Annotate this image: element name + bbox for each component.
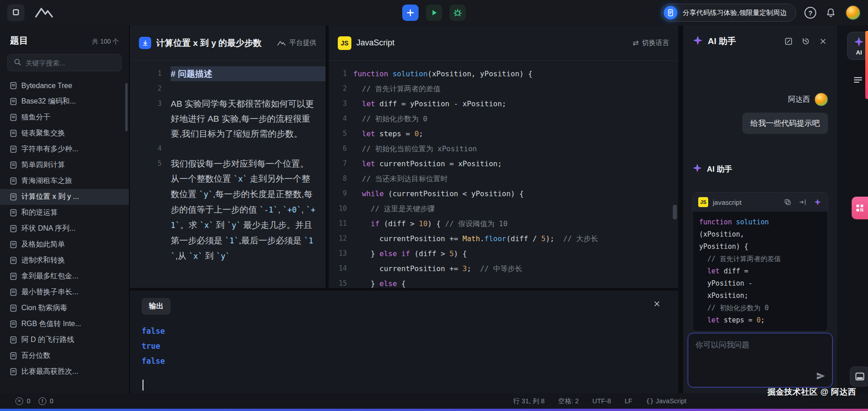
problem-list-item[interactable]: Cion 勒索病毒: [0, 300, 129, 316]
code-line: 4 // 初始化步数为 0: [329, 111, 678, 126]
problem-item-label: 比赛最高获胜次...: [21, 367, 78, 376]
problem-count: 共 100 个: [92, 38, 119, 46]
code-line: 12 currentPosition += Math.floor(diff / …: [329, 231, 678, 246]
run-button[interactable]: [426, 5, 442, 21]
problem-list-item[interactable]: 简单四则计算: [0, 157, 129, 173]
menu-icon-button[interactable]: [852, 74, 864, 86]
problem-line: 2: [130, 81, 326, 96]
insert-code-icon[interactable]: [798, 198, 807, 207]
problem-list-item[interactable]: 链表聚集交换: [0, 125, 129, 141]
close-output-icon[interactable]: [653, 300, 661, 309]
promo-banner[interactable]: 分享代码练习体验,领限量定制周边: [661, 4, 796, 22]
problem-list-item[interactable]: Bytedance Tree: [0, 78, 129, 94]
problem-list-item[interactable]: 字符串有多少种...: [0, 141, 129, 157]
right-toolbar: AI: [837, 25, 868, 393]
ai-sparkle-icon: [853, 36, 864, 47]
errors-count: 0: [27, 397, 30, 405]
qr-promo-tab[interactable]: [852, 197, 868, 219]
editor-scrollbar[interactable]: [673, 205, 677, 219]
statusbar: 0 0 行 31, 列 8空格: 2UTF-8LF{} JavaScript: [0, 393, 868, 409]
problem-list-item[interactable]: 计算位置 x 到 y ...: [0, 189, 129, 205]
bottom-panel-icon: [854, 371, 866, 382]
user-avatar[interactable]: [845, 5, 861, 20]
problem-list-item[interactable]: 最小替换子串长...: [0, 284, 129, 300]
problem-item-label: RGB 色值转 Inte...: [21, 319, 81, 329]
problem-list-item[interactable]: 进制求和转换: [0, 253, 129, 268]
problem-list-item[interactable]: RGB 色值转 Inte...: [0, 316, 129, 332]
code-line: 15 } else {: [329, 276, 678, 288]
code-line: 9 while (currentPosition < yPosition) {: [329, 186, 678, 201]
code-line: 14 currentPosition += 3; // 中等步长: [329, 261, 678, 276]
assistant-name: AI 助手: [707, 164, 732, 174]
problem-list-item[interactable]: 及格如此简单: [0, 237, 129, 253]
ai-sparkle-icon: [692, 35, 703, 48]
copy-code-icon[interactable]: [783, 198, 792, 207]
sidebar-scrollbar[interactable]: [125, 83, 128, 131]
history-icon[interactable]: [801, 36, 811, 46]
app-logo-icon[interactable]: [34, 6, 54, 19]
close-ai-panel-icon[interactable]: [818, 36, 828, 46]
add-button[interactable]: [402, 5, 419, 21]
bell-icon[interactable]: [824, 6, 837, 19]
new-chat-icon[interactable]: [784, 36, 794, 46]
js-badge-icon: JS: [338, 36, 351, 50]
document-icon: [10, 209, 17, 217]
problem-panel: 计算位置 x 到 y 的最少步数 平台提供 1# 问题描述2 3AB 实验同学每…: [130, 25, 326, 288]
search-input[interactable]: [25, 59, 116, 67]
debug-button[interactable]: [449, 5, 466, 21]
status-item[interactable]: 空格: 2: [558, 397, 579, 406]
code-line: 2 // 首先计算两者的差值: [329, 81, 678, 96]
user-message-bubble: 给我一些代码提示吧: [742, 113, 828, 134]
editor-code[interactable]: 1function solution(xPosition, yPosition)…: [329, 61, 678, 288]
problem-list-item[interactable]: 比赛最高获胜次...: [0, 364, 129, 380]
problem-list-item[interactable]: 拿到最多红包金...: [0, 268, 129, 284]
problem-list-item[interactable]: Base32 编码和...: [0, 94, 129, 109]
editor-panel: JS JavaScript 切换语言 1function solution(xP…: [329, 25, 678, 288]
problem-list-item[interactable]: 阿 D 的飞行路线: [0, 332, 129, 348]
document-icon: [10, 352, 17, 360]
editor-header: JS JavaScript 切换语言: [329, 25, 678, 61]
problem-list-item[interactable]: 环状 DNA 序列...: [0, 221, 129, 237]
send-icon[interactable]: [816, 371, 826, 382]
ai-input-box[interactable]: [688, 333, 833, 387]
bug-icon: [453, 8, 463, 18]
problem-list: Bytedance Tree Base32 编码和... 猫鱼分干 链表聚集交换…: [0, 78, 129, 393]
status-item[interactable]: {} JavaScript: [646, 397, 686, 405]
code-line: 11 if (diff > 10) { // 假设阈值为 10: [329, 216, 678, 231]
vertical-divider[interactable]: [678, 25, 683, 393]
text-cursor: [143, 380, 143, 391]
problem-line: 5我们假设每一步对应到每一个位置。从一个整数位置 `x` 走到另外一个整数位置 …: [130, 156, 326, 264]
status-item[interactable]: UTF-8: [592, 397, 611, 405]
code-line: function solution: [699, 216, 821, 228]
topbar-right: 分享代码练习体验,领限量定制周边: [661, 4, 861, 22]
status-item[interactable]: LF: [625, 397, 632, 405]
code-line: 5 let steps = 0;: [329, 126, 678, 141]
apply-code-sparkle-icon[interactable]: [813, 198, 822, 207]
search-icon: [13, 58, 22, 68]
menu-icon: [853, 74, 863, 85]
chat-user-row: 阿达西: [692, 93, 828, 106]
problems-status[interactable]: 0 0: [15, 397, 58, 405]
ai-input[interactable]: [688, 333, 832, 369]
problem-title[interactable]: 计算位置 x 到 y 的最少步数: [156, 37, 261, 49]
square-icon: [10, 7, 21, 19]
problem-item-label: 拿到最多红包金...: [21, 272, 78, 281]
status-item[interactable]: 行 31, 列 8: [513, 397, 544, 406]
panel-splitter[interactable]: [326, 25, 329, 288]
problem-list-item[interactable]: 猫鱼分干: [0, 109, 129, 125]
output-tab[interactable]: 输出: [142, 298, 171, 315]
switch-language-button[interactable]: 切换语言: [633, 39, 669, 47]
window-layout-button[interactable]: [7, 4, 25, 21]
toggle-bottom-panel-button[interactable]: [850, 366, 868, 386]
search-box[interactable]: [7, 54, 122, 71]
problem-list-item[interactable]: 和的逆运算: [0, 205, 129, 221]
problem-content[interactable]: 1# 问题描述2 3AB 实验同学每天都很苦恼如何可以更好地进行 AB 实验,每…: [130, 61, 326, 288]
ai-header: AI 助手: [683, 25, 837, 57]
problem-list-item[interactable]: 青海湖租车之旅: [0, 173, 129, 189]
problem-item-label: Base32 编码和...: [21, 97, 76, 106]
warnings-count: 0: [50, 397, 54, 405]
help-icon[interactable]: [804, 7, 816, 19]
document-icon: [10, 129, 17, 137]
problem-item-label: 青海湖租车之旅: [21, 176, 72, 186]
problem-list-item[interactable]: 百分位数: [0, 348, 129, 364]
